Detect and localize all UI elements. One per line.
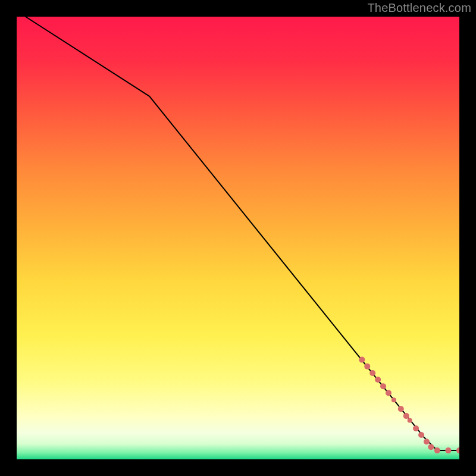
data-point (380, 383, 386, 389)
data-point (386, 390, 392, 396)
data-point (359, 357, 365, 363)
data-point (445, 447, 451, 453)
data-point (403, 413, 409, 419)
data-point (364, 364, 370, 369)
chart-svg (17, 17, 459, 459)
watermark-label: TheBottleneck.com (367, 1, 471, 15)
gradient-background (17, 17, 459, 459)
data-point (413, 425, 419, 431)
chart-stage: TheBottleneck.com (0, 0, 476, 476)
plot-area (17, 17, 459, 459)
data-point (392, 397, 396, 402)
data-point (424, 439, 430, 444)
data-point (428, 444, 434, 450)
data-point (434, 447, 440, 453)
data-point (408, 418, 412, 423)
data-point (398, 406, 404, 412)
data-point (418, 432, 424, 438)
data-point (375, 377, 381, 383)
data-point (369, 370, 375, 376)
